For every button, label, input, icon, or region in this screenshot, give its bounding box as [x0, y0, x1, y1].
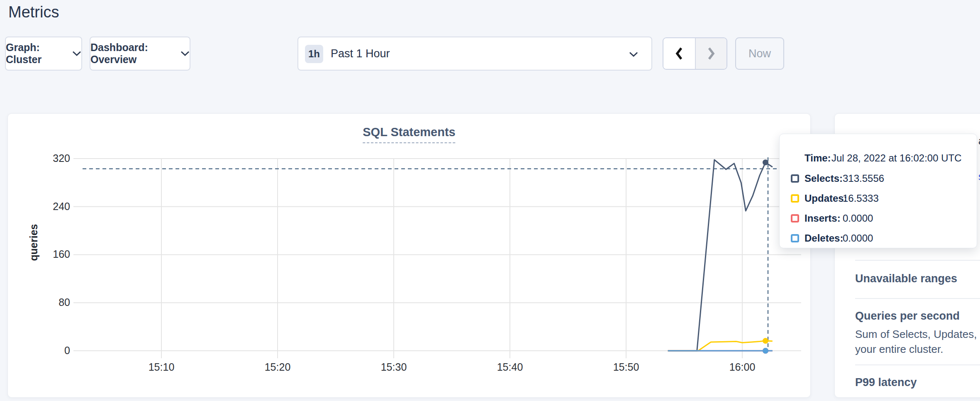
- tooltip-updates-label: Updates:: [804, 193, 847, 204]
- dashboard-dropdown-label: Dashboard: Overview: [90, 42, 174, 66]
- tooltip-updates-value: 16.5333: [843, 193, 879, 204]
- x-tick-label: 15:20: [249, 361, 307, 373]
- y-tick-label: 80: [16, 296, 70, 308]
- time-nav-arrows: [663, 37, 727, 70]
- tooltip-inserts-row: Inserts: 0.0000: [780, 213, 977, 227]
- summary-qps-description-line2: your entire cluster.: [855, 343, 943, 356]
- divider: [855, 260, 980, 261]
- now-button-label: Now: [748, 47, 771, 60]
- tooltip-inserts-value: 0.0000: [843, 213, 873, 224]
- divider: [855, 298, 980, 299]
- page-title: Metrics: [8, 3, 59, 21]
- selects-series-swatch: [791, 174, 799, 183]
- graph-scope-dropdown[interactable]: Graph: Cluster: [5, 37, 82, 71]
- x-tick-label: 15:40: [481, 361, 539, 373]
- chevron-down-icon: [180, 51, 190, 56]
- clipped-text-fragment: a: [978, 134, 980, 147]
- tooltip-selects-row: Selects: 313.5556: [780, 173, 977, 187]
- tooltip-deletes-label: Deletes:: [804, 232, 843, 244]
- chart-hover-tooltip: Time: Jul 28, 2022 at 16:02:00 UTC Selec…: [779, 134, 977, 248]
- chevron-left-icon: [674, 46, 684, 61]
- tooltip-time-label: Time:: [804, 152, 831, 164]
- tooltip-selects-label: Selects:: [804, 173, 843, 184]
- divider: [855, 364, 980, 365]
- summary-unavailable-ranges-heading: Unavailable ranges: [855, 272, 957, 285]
- tooltip-deletes-row: Deletes: 0.0000: [780, 232, 977, 247]
- chevron-down-icon: [72, 51, 81, 56]
- y-tick-label: 240: [16, 200, 70, 213]
- metrics-page: Metrics Graph: Cluster Dashboard: Overvi…: [0, 0, 980, 401]
- time-range-label: Past 1 Hour: [331, 47, 390, 60]
- tooltip-selects-value: 313.5556: [843, 173, 884, 184]
- chevron-down-icon: [629, 51, 638, 57]
- chevron-right-icon: [706, 46, 716, 61]
- updates-series-swatch: [791, 194, 799, 203]
- tooltip-time-row: Time: Jul 28, 2022 at 16:02:00 UTC: [780, 152, 977, 166]
- x-tick-label: 16:00: [713, 361, 771, 373]
- sql-statements-chart[interactable]: [8, 114, 811, 398]
- summary-qps-description-line1: Sum of Selects, Updates, Inserts and Del…: [855, 328, 980, 341]
- dashboard-dropdown[interactable]: Dashboard: Overview: [90, 37, 190, 71]
- y-tick-label: 0: [16, 345, 70, 357]
- now-button[interactable]: Now: [735, 37, 784, 70]
- clipped-link-fragment[interactable]: s: [978, 170, 980, 183]
- sql-statements-chart-card: SQL Statements queries 080160240320 15:1…: [7, 113, 811, 398]
- tooltip-time-value: Jul 28, 2022 at 16:02:00 UTC: [831, 152, 962, 164]
- summary-p99-heading: P99 latency: [855, 376, 917, 389]
- deletes-series-swatch: [791, 234, 799, 242]
- y-tick-label: 320: [16, 152, 70, 164]
- x-tick-label: 15:30: [365, 361, 423, 373]
- time-back-button[interactable]: [663, 38, 695, 69]
- tooltip-updates-row: Updates: 16.5333: [780, 193, 977, 207]
- time-forward-button-disabled[interactable]: [695, 38, 726, 69]
- tooltip-deletes-value: 0.0000: [843, 232, 873, 244]
- tooltip-inserts-label: Inserts:: [804, 213, 841, 224]
- inserts-series-swatch: [791, 214, 799, 223]
- y-tick-label: 160: [16, 248, 70, 260]
- time-range-badge: 1h: [305, 45, 323, 63]
- x-tick-label: 15:50: [597, 361, 655, 373]
- graph-scope-dropdown-label: Graph: Cluster: [6, 42, 66, 66]
- time-range-select[interactable]: 1h Past 1 Hour: [297, 37, 652, 71]
- x-tick-label: 15:10: [132, 361, 190, 373]
- summary-qps-heading: Queries per second: [855, 310, 960, 323]
